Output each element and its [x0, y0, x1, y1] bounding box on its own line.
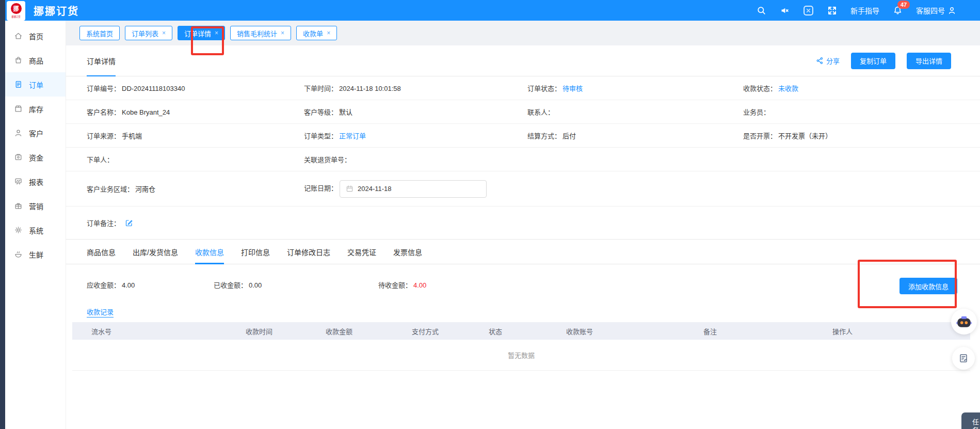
sidebar-item-inventory[interactable]: 库存 [5, 97, 66, 121]
nav-tab-label: 系统首页 [86, 28, 113, 38]
field-label: 联系人： [527, 108, 554, 116]
sidebar-item-marketing[interactable]: 营销 [5, 194, 66, 218]
search-icon[interactable] [757, 6, 766, 15]
title-actions: 分享 复制订单 导出详情 [816, 53, 951, 69]
info-row-1: 客户名称：Kobe Bryant_24客户等级：默认联系人：业务员： [66, 100, 980, 124]
field-label: 订单状态： [527, 85, 561, 92]
app-title: 挪挪订货 [34, 3, 79, 18]
info-row-3: 下单人：关联退货单号： [66, 148, 980, 171]
assistant-robot-button[interactable] [951, 309, 977, 335]
amount-label: 应收金额： [87, 281, 120, 289]
export-detail-button[interactable]: 导出详情 [907, 53, 951, 69]
sidebar-item-system[interactable]: 系统 [5, 218, 66, 242]
sidebar-item-order[interactable]: 订单 [5, 72, 66, 97]
sidebar-item-home[interactable]: 首页 [5, 24, 66, 48]
section-tab-0[interactable]: 商品信息 [87, 240, 116, 264]
payment-amount: 应收金额：4.00 [87, 280, 214, 290]
top-header: 挪 挪挪订货 挪挪订货 新手指导 47 客服四号 [5, 0, 980, 21]
payment-records-link[interactable]: 收款记录 [87, 307, 114, 317]
nav-tab-4[interactable]: 收款单× [296, 26, 337, 40]
marketing-icon [14, 201, 23, 210]
table-column-header: 收款金额 [326, 326, 412, 336]
info-field: 下单人： [87, 154, 304, 164]
section-tab-2[interactable]: 收款信息 [195, 240, 224, 264]
field-label: 客户名称： [87, 108, 120, 116]
field-label: 下单时间： [304, 85, 338, 92]
fullscreen-icon[interactable] [827, 6, 837, 15]
section-tab-4[interactable]: 订单修改日志 [287, 240, 330, 264]
copy-order-button[interactable]: 复制订单 [851, 53, 895, 69]
sidebar-item-goods[interactable]: 商品 [5, 48, 66, 72]
sidebar-menu: 首页商品订单库存客户资金报表营销系统生鲜 [5, 21, 66, 266]
mute-speaker-icon[interactable] [780, 6, 790, 15]
info-field: 客户业务区域：河南仓 [87, 184, 304, 194]
amount-label: 待收金额： [378, 281, 412, 289]
info-row-4: 客户业务区域：河南仓记账日期：2024-11-18 [66, 171, 980, 206]
close-window-icon[interactable] [803, 5, 814, 16]
order-icon [14, 80, 23, 89]
add-payment-button[interactable]: 添加收款信息 [899, 278, 957, 294]
funds-icon [14, 153, 23, 162]
table-column-header: 收款时间 [246, 326, 326, 336]
close-tab-icon[interactable]: × [215, 29, 218, 37]
field-value: DD-20241118103340 [122, 85, 185, 92]
sidebar-item-label: 首页 [29, 31, 43, 41]
close-tab-icon[interactable]: × [162, 29, 166, 37]
records-row: 收款记录 [66, 305, 980, 319]
notifications-button[interactable]: 47 [893, 6, 903, 15]
payment-table: 流水号收款时间收款金额支付方式状态收款账号备注操作人 暂无数据 [72, 322, 970, 371]
info-field: 客户等级：默认 [304, 107, 527, 117]
sidebar-item-report[interactable]: 报表 [5, 169, 66, 194]
customer-icon [14, 129, 23, 137]
nav-tab-1[interactable]: 订单列表× [125, 26, 172, 40]
inventory-icon [14, 104, 23, 113]
nav-tab-label: 订单详情 [184, 28, 211, 38]
amount-value: 4.00 [122, 281, 135, 289]
goods-icon [14, 56, 23, 65]
info-field: 订单状态：待审核 [527, 83, 743, 93]
payment-summary: 应收金额：4.00已收金额：0.00待收金额：4.00 [87, 280, 426, 290]
page-title[interactable]: 订单详情 [87, 45, 116, 76]
section-tab-3[interactable]: 打印信息 [241, 240, 270, 264]
close-tab-icon[interactable]: × [281, 29, 284, 37]
logo-icon: 挪 [11, 3, 22, 14]
feedback-doc-button[interactable] [952, 347, 975, 370]
payment-summary-row: 应收金额：4.00已收金额：0.00待收金额：4.00 添加收款信息 [66, 264, 980, 305]
newbie-guide-link[interactable]: 新手指导 [850, 5, 879, 15]
sidebar-item-label: 系统 [29, 225, 43, 235]
order-detail-card: 订单详情 分享 复制订单 导出详情 订单编号：DD-20241118103340… [66, 45, 980, 429]
sidebar-item-customer[interactable]: 客户 [5, 121, 66, 145]
field-label: 收款状态： [743, 85, 777, 92]
field-label: 客户等级： [304, 108, 338, 116]
field-value[interactable]: 正常订单 [339, 132, 366, 140]
sidebar-item-funds[interactable]: 资金 [5, 145, 66, 169]
booking-date-input[interactable]: 2024-11-18 [340, 180, 487, 198]
info-field: 记账日期：2024-11-18 [304, 180, 527, 198]
fresh-icon [14, 250, 23, 259]
task-tab[interactable]: 任务 [961, 412, 980, 429]
nav-tabstrip: 系统首页订单列表×订单详情×销售毛利统计×收款单× [66, 21, 980, 45]
share-button[interactable]: 分享 [816, 56, 840, 66]
app-logo[interactable]: 挪 挪挪订货 [7, 1, 25, 21]
nav-tab-2[interactable]: 订单详情× [178, 26, 225, 40]
nav-tab-0[interactable]: 系统首页 [79, 26, 120, 40]
field-value: 手机端 [122, 132, 142, 140]
field-label: 业务员： [743, 108, 770, 116]
section-tab-1[interactable]: 出库/发货信息 [133, 240, 178, 264]
amount-value: 4.00 [413, 281, 426, 289]
section-tab-6[interactable]: 发票信息 [393, 240, 422, 264]
detail-section-tabs: 商品信息出库/发货信息收款信息打印信息订单修改日志交易凭证发票信息 [66, 240, 980, 264]
field-value[interactable]: 未收款 [778, 85, 798, 92]
nav-tab-3[interactable]: 销售毛利统计× [230, 26, 291, 40]
user-menu[interactable]: 客服四号 [916, 5, 956, 15]
field-value[interactable]: 待审核 [563, 85, 583, 92]
sidebar-item-label: 库存 [29, 104, 43, 114]
table-column-header: 操作人 [832, 326, 970, 336]
close-tab-icon[interactable]: × [327, 29, 330, 37]
calendar-icon [346, 185, 354, 193]
sidebar-item-fresh[interactable]: 生鲜 [5, 242, 66, 266]
table-column-header: 流水号 [72, 326, 246, 336]
info-field: 订单编号：DD-20241118103340 [87, 83, 304, 93]
section-tab-5[interactable]: 交易凭证 [347, 240, 376, 264]
edit-remark-icon[interactable] [125, 219, 133, 227]
